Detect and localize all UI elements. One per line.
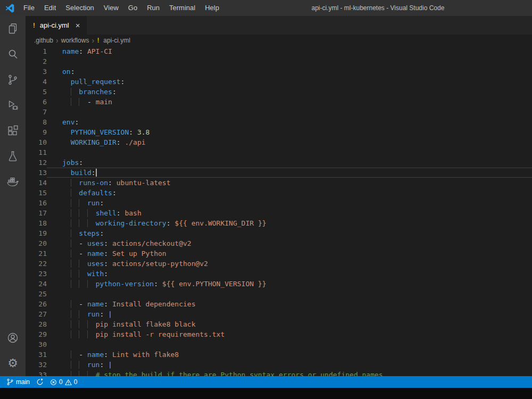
line-content (47, 107, 532, 117)
menu-go[interactable]: Go (123, 0, 142, 16)
activity-bar-item-accounts[interactable] (0, 325, 26, 351)
tab-close-icon[interactable]: × (76, 21, 80, 29)
code-line-17[interactable]: 17 shell: bash (26, 208, 532, 218)
line-content: working-directory: ${{ env.WORKING_DIR }… (47, 218, 532, 228)
status-branch[interactable]: main (3, 376, 33, 388)
code-line-15[interactable]: 15 defaults: (26, 188, 532, 198)
code-line-14[interactable]: 14 runs-on: ubuntu-latest (26, 178, 532, 188)
menu-file[interactable]: File (19, 0, 39, 16)
code-line-27[interactable]: 27 run: | (26, 309, 532, 319)
line-content: run: (47, 198, 532, 208)
line-number: 28 (26, 319, 47, 329)
activity-bar-item-run-and-debug[interactable] (0, 93, 26, 118)
menu-selection[interactable]: Selection (61, 0, 98, 16)
code-line-19[interactable]: 19 steps: (26, 228, 532, 238)
sync-icon (36, 378, 44, 386)
code-line-23[interactable]: 23 with: (26, 269, 532, 279)
code-line-4[interactable]: 4 pull_request: (26, 77, 532, 87)
breadcrumb: .github › workflows › ! api-ci.yml (26, 35, 532, 46)
run-and-debug-icon (6, 99, 19, 112)
code-line-28[interactable]: 28 pip install flake8 black (26, 319, 532, 329)
code-line-3[interactable]: 3on: (26, 66, 532, 77)
code-line-12[interactable]: 12jobs: (26, 157, 532, 168)
error-icon (50, 379, 57, 386)
line-content: env: (47, 117, 532, 127)
line-content: - main (47, 97, 532, 107)
line-content: on: (47, 66, 532, 77)
vscode-logo-icon (5, 4, 14, 13)
menu-edit[interactable]: Edit (39, 0, 61, 16)
menu-run[interactable]: Run (142, 0, 164, 16)
status-problems[interactable]: 0 0 (47, 376, 80, 388)
editor[interactable]: 1name: API-CI23on:4 pull_request:5 branc… (26, 46, 532, 376)
code-line-18[interactable]: 18 working-directory: ${{ env.WORKING_DI… (26, 218, 532, 228)
line-content: pip install -r requirements.txt (47, 329, 532, 339)
line-number: 10 (26, 137, 47, 147)
line-number: 12 (26, 157, 47, 168)
line-content: branches: (47, 87, 532, 97)
line-number: 27 (26, 309, 47, 319)
line-number: 1 (26, 46, 47, 56)
breadcrumb-item-workflows[interactable]: workflows (61, 37, 90, 44)
code-line-32[interactable]: 32 run: | (26, 360, 532, 370)
tab-api-ci-yml[interactable]: ! api-ci.yml × (26, 16, 87, 35)
code-line-13[interactable]: 13 build: (26, 168, 532, 178)
editor-lines: 1name: API-CI23on:4 pull_request:5 branc… (26, 46, 532, 376)
window-title: api-ci.yml - ml-kubernetes - Visual Stud… (224, 4, 532, 12)
activity-bar-item-settings[interactable]: ⚙ (0, 351, 26, 376)
code-line-26[interactable]: 26 - name: Install dependencies (26, 299, 532, 309)
code-line-31[interactable]: 31 - name: Lint with flake8 (26, 350, 532, 360)
breadcrumb-item-github[interactable]: .github (34, 37, 54, 44)
activity-bar-item-explorer[interactable] (0, 16, 26, 41)
activity-bar-item-extensions[interactable] (0, 118, 26, 144)
code-line-29[interactable]: 29 pip install -r requirements.txt (26, 329, 532, 339)
line-number: 24 (26, 279, 47, 289)
code-line-30[interactable]: 30 (26, 339, 532, 350)
menu-view[interactable]: View (99, 0, 123, 16)
code-line-22[interactable]: 22 uses: actions/setup-python@v2 (26, 259, 532, 269)
code-line-16[interactable]: 16 run: (26, 198, 532, 208)
docker-icon (6, 176, 19, 188)
code-line-33[interactable]: 33 # stop the build if there are Python … (26, 370, 532, 376)
code-line-5[interactable]: 5 branches: (26, 87, 532, 97)
code-line-25[interactable]: 25 (26, 289, 532, 299)
line-number: 19 (26, 228, 47, 238)
activity-bar-item-testing[interactable] (0, 144, 26, 169)
explorer-icon (6, 22, 19, 35)
menu-help[interactable]: Help (200, 0, 224, 16)
code-line-10[interactable]: 10 WORKING_DIR: ./api (26, 137, 532, 147)
code-line-24[interactable]: 24 python-version: ${{ env.PYTHON_VERSIO… (26, 279, 532, 289)
activity-bar-item-search[interactable] (0, 41, 26, 67)
line-content (47, 339, 532, 350)
line-number: 15 (26, 188, 47, 198)
code-line-11[interactable]: 11 (26, 147, 532, 157)
line-content: run: | (47, 360, 532, 370)
status-sync[interactable] (33, 376, 47, 388)
tab-label: api-ci.yml (40, 21, 69, 29)
line-number: 33 (26, 370, 47, 376)
code-line-8[interactable]: 8env: (26, 117, 532, 127)
line-content: uses: actions/setup-python@v2 (47, 259, 532, 269)
code-line-2[interactable]: 2 (26, 56, 532, 66)
code-line-1[interactable]: 1name: API-CI (26, 46, 532, 56)
menu-terminal[interactable]: Terminal (164, 0, 200, 16)
code-line-6[interactable]: 6 - main (26, 97, 532, 107)
git-branch-icon (6, 378, 14, 386)
settings-gear-icon: ⚙ (7, 358, 18, 369)
line-number: 23 (26, 269, 47, 279)
line-content: WORKING_DIR: ./api (47, 137, 532, 147)
line-content: - name: Lint with flake8 (47, 350, 532, 360)
breadcrumb-item-file[interactable]: api-ci.yml (103, 37, 131, 44)
code-line-20[interactable]: 20 - uses: actions/checkout@v2 (26, 238, 532, 248)
activity-bar-item-source-control[interactable] (0, 67, 26, 93)
line-content: run: | (47, 309, 532, 319)
line-content: defaults: (47, 188, 532, 198)
code-line-9[interactable]: 9 PYTHON_VERSION: 3.8 (26, 127, 532, 137)
tab-bar: ! api-ci.yml × (26, 16, 532, 35)
code-line-21[interactable]: 21 - name: Set up Python (26, 248, 532, 259)
line-number: 8 (26, 117, 47, 127)
line-content: build: (47, 168, 532, 178)
line-number: 5 (26, 87, 47, 97)
code-line-7[interactable]: 7 (26, 107, 532, 117)
activity-bar-item-docker[interactable] (0, 169, 26, 195)
